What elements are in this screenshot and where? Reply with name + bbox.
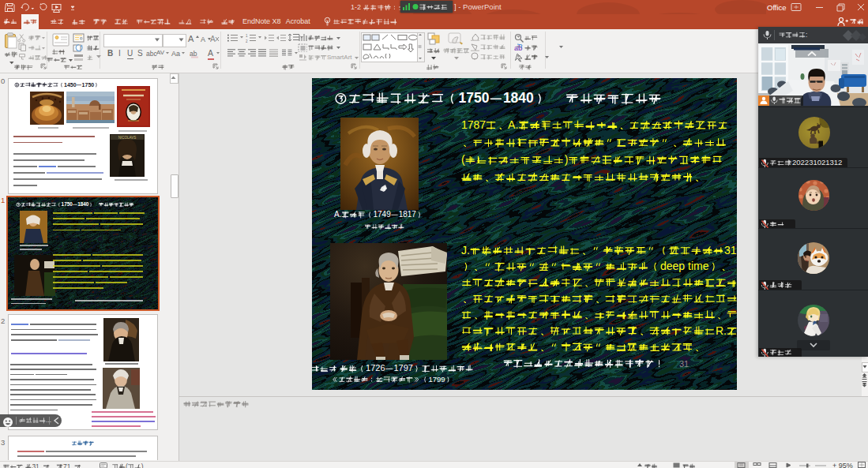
svg-text:...: ... <box>46 416 51 424</box>
